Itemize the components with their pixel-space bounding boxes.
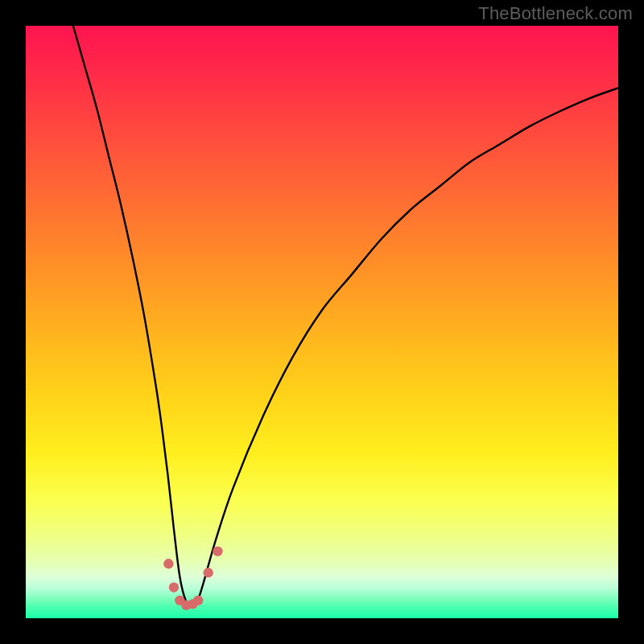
threshold-marker — [163, 559, 173, 568]
threshold-marker-group — [163, 547, 222, 610]
threshold-marker — [213, 547, 222, 556]
threshold-marker — [203, 568, 213, 577]
chart-plot-area — [26, 26, 618, 618]
threshold-marker — [193, 596, 203, 605]
bottleneck-curve-svg — [26, 26, 618, 618]
bottleneck-curve-path — [73, 26, 618, 606]
threshold-marker — [169, 583, 179, 592]
watermark-text: TheBottleneck.com — [478, 3, 633, 24]
